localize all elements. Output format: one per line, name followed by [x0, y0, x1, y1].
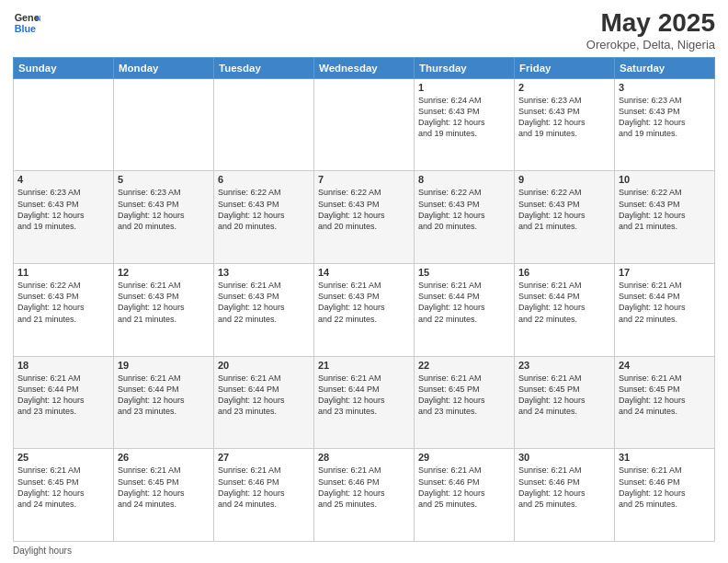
day-info: Sunrise: 6:21 AM Sunset: 6:45 PM Dayligh… [17, 465, 109, 510]
day-number: 24 [619, 360, 711, 371]
day-number: 18 [17, 360, 109, 371]
calendar-cell: 8Sunrise: 6:22 AM Sunset: 6:43 PM Daylig… [415, 171, 515, 264]
day-number: 7 [318, 174, 410, 185]
footer-note: Daylight hours [13, 546, 715, 556]
day-info: Sunrise: 6:23 AM Sunset: 6:43 PM Dayligh… [518, 95, 610, 140]
day-number: 3 [619, 82, 711, 93]
calendar-cell: 30Sunrise: 6:21 AM Sunset: 6:46 PM Dayli… [515, 449, 615, 542]
day-info: Sunrise: 6:22 AM Sunset: 6:43 PM Dayligh… [218, 187, 310, 232]
day-number: 17 [619, 267, 711, 278]
day-info: Sunrise: 6:21 AM Sunset: 6:44 PM Dayligh… [619, 280, 711, 325]
day-number: 30 [518, 452, 610, 463]
week-row-1: 1Sunrise: 6:24 AM Sunset: 6:43 PM Daylig… [14, 78, 715, 171]
day-number: 1 [418, 82, 510, 93]
calendar-cell: 2Sunrise: 6:23 AM Sunset: 6:43 PM Daylig… [515, 78, 615, 171]
calendar-cell: 22Sunrise: 6:21 AM Sunset: 6:45 PM Dayli… [415, 356, 515, 449]
svg-text:Blue: Blue [15, 23, 36, 34]
weekday-header-row: SundayMondayTuesdayWednesdayThursdayFrid… [14, 57, 715, 78]
day-info: Sunrise: 6:22 AM Sunset: 6:43 PM Dayligh… [619, 187, 711, 232]
day-number: 25 [17, 452, 109, 463]
day-number: 27 [218, 452, 310, 463]
day-number: 28 [318, 452, 410, 463]
week-row-2: 4Sunrise: 6:23 AM Sunset: 6:43 PM Daylig… [14, 171, 715, 264]
calendar-cell: 31Sunrise: 6:21 AM Sunset: 6:46 PM Dayli… [615, 449, 715, 542]
calendar-cell: 19Sunrise: 6:21 AM Sunset: 6:44 PM Dayli… [114, 356, 214, 449]
day-number: 29 [418, 452, 510, 463]
calendar-cell: 18Sunrise: 6:21 AM Sunset: 6:44 PM Dayli… [14, 356, 114, 449]
page: General Blue May 2025 Orerokpe, Delta, N… [0, 0, 728, 563]
day-info: Sunrise: 6:21 AM Sunset: 6:46 PM Dayligh… [318, 465, 410, 510]
day-info: Sunrise: 6:22 AM Sunset: 6:43 PM Dayligh… [418, 187, 510, 232]
day-number: 21 [318, 360, 410, 371]
calendar-cell: 5Sunrise: 6:23 AM Sunset: 6:43 PM Daylig… [114, 171, 214, 264]
calendar-cell [314, 78, 415, 171]
calendar-cell: 1Sunrise: 6:24 AM Sunset: 6:43 PM Daylig… [415, 78, 515, 171]
calendar-cell: 28Sunrise: 6:21 AM Sunset: 6:46 PM Dayli… [314, 449, 415, 542]
day-info: Sunrise: 6:21 AM Sunset: 6:43 PM Dayligh… [218, 280, 310, 325]
day-info: Sunrise: 6:23 AM Sunset: 6:43 PM Dayligh… [118, 187, 210, 232]
location: Orerokpe, Delta, Nigeria [586, 38, 715, 52]
day-info: Sunrise: 6:21 AM Sunset: 6:44 PM Dayligh… [118, 373, 210, 418]
daylight-hours-label: Daylight hours [13, 546, 72, 556]
day-number: 10 [619, 174, 711, 185]
weekday-header-thursday: Thursday [415, 57, 515, 78]
day-number: 19 [118, 360, 210, 371]
day-number: 15 [418, 267, 510, 278]
calendar-cell: 17Sunrise: 6:21 AM Sunset: 6:44 PM Dayli… [615, 264, 715, 357]
week-row-5: 25Sunrise: 6:21 AM Sunset: 6:45 PM Dayli… [14, 449, 715, 542]
day-info: Sunrise: 6:21 AM Sunset: 6:45 PM Dayligh… [619, 373, 711, 418]
day-info: Sunrise: 6:21 AM Sunset: 6:44 PM Dayligh… [17, 373, 109, 418]
calendar-cell: 20Sunrise: 6:21 AM Sunset: 6:44 PM Dayli… [214, 356, 314, 449]
day-info: Sunrise: 6:21 AM Sunset: 6:43 PM Dayligh… [118, 280, 210, 325]
calendar-cell: 26Sunrise: 6:21 AM Sunset: 6:45 PM Dayli… [114, 449, 214, 542]
day-number: 13 [218, 267, 310, 278]
calendar-cell: 14Sunrise: 6:21 AM Sunset: 6:43 PM Dayli… [314, 264, 415, 357]
day-info: Sunrise: 6:21 AM Sunset: 6:43 PM Dayligh… [318, 280, 410, 325]
general-blue-logo-icon: General Blue [13, 9, 40, 37]
day-info: Sunrise: 6:24 AM Sunset: 6:43 PM Dayligh… [418, 95, 510, 140]
day-info: Sunrise: 6:22 AM Sunset: 6:43 PM Dayligh… [17, 280, 109, 325]
calendar-cell: 29Sunrise: 6:21 AM Sunset: 6:46 PM Dayli… [415, 449, 515, 542]
weekday-header-tuesday: Tuesday [214, 57, 314, 78]
weekday-header-wednesday: Wednesday [314, 57, 415, 78]
calendar-cell: 15Sunrise: 6:21 AM Sunset: 6:44 PM Dayli… [415, 264, 515, 357]
day-info: Sunrise: 6:21 AM Sunset: 6:44 PM Dayligh… [218, 373, 310, 418]
day-info: Sunrise: 6:23 AM Sunset: 6:43 PM Dayligh… [619, 95, 711, 140]
day-info: Sunrise: 6:21 AM Sunset: 6:46 PM Dayligh… [619, 465, 711, 510]
day-info: Sunrise: 6:21 AM Sunset: 6:45 PM Dayligh… [118, 465, 210, 510]
day-number: 4 [17, 174, 109, 185]
day-info: Sunrise: 6:23 AM Sunset: 6:43 PM Dayligh… [17, 187, 109, 232]
calendar-cell: 24Sunrise: 6:21 AM Sunset: 6:45 PM Dayli… [615, 356, 715, 449]
day-info: Sunrise: 6:21 AM Sunset: 6:46 PM Dayligh… [518, 465, 610, 510]
weekday-header-friday: Friday [515, 57, 615, 78]
calendar-cell: 25Sunrise: 6:21 AM Sunset: 6:45 PM Dayli… [14, 449, 114, 542]
day-number: 8 [418, 174, 510, 185]
day-number: 5 [118, 174, 210, 185]
day-number: 31 [619, 452, 711, 463]
calendar-cell: 3Sunrise: 6:23 AM Sunset: 6:43 PM Daylig… [615, 78, 715, 171]
calendar-cell: 23Sunrise: 6:21 AM Sunset: 6:45 PM Dayli… [515, 356, 615, 449]
day-number: 11 [17, 267, 109, 278]
day-info: Sunrise: 6:21 AM Sunset: 6:44 PM Dayligh… [318, 373, 410, 418]
month-title: May 2025 [586, 9, 715, 38]
day-number: 6 [218, 174, 310, 185]
day-number: 26 [118, 452, 210, 463]
day-number: 22 [418, 360, 510, 371]
day-info: Sunrise: 6:22 AM Sunset: 6:43 PM Dayligh… [518, 187, 610, 232]
calendar-cell [214, 78, 314, 171]
title-block: May 2025 Orerokpe, Delta, Nigeria [586, 9, 715, 52]
calendar-cell: 11Sunrise: 6:22 AM Sunset: 6:43 PM Dayli… [14, 264, 114, 357]
calendar-cell: 10Sunrise: 6:22 AM Sunset: 6:43 PM Dayli… [615, 171, 715, 264]
calendar-cell: 6Sunrise: 6:22 AM Sunset: 6:43 PM Daylig… [214, 171, 314, 264]
day-info: Sunrise: 6:21 AM Sunset: 6:44 PM Dayligh… [518, 280, 610, 325]
calendar-cell: 9Sunrise: 6:22 AM Sunset: 6:43 PM Daylig… [515, 171, 615, 264]
day-number: 2 [518, 82, 610, 93]
calendar-cell: 12Sunrise: 6:21 AM Sunset: 6:43 PM Dayli… [114, 264, 214, 357]
weekday-header-saturday: Saturday [615, 57, 715, 78]
calendar-cell [14, 78, 114, 171]
day-number: 9 [518, 174, 610, 185]
calendar-cell: 7Sunrise: 6:22 AM Sunset: 6:43 PM Daylig… [314, 171, 415, 264]
day-info: Sunrise: 6:21 AM Sunset: 6:45 PM Dayligh… [518, 373, 610, 418]
day-info: Sunrise: 6:21 AM Sunset: 6:44 PM Dayligh… [418, 280, 510, 325]
calendar-table: SundayMondayTuesdayWednesdayThursdayFrid… [13, 57, 715, 542]
